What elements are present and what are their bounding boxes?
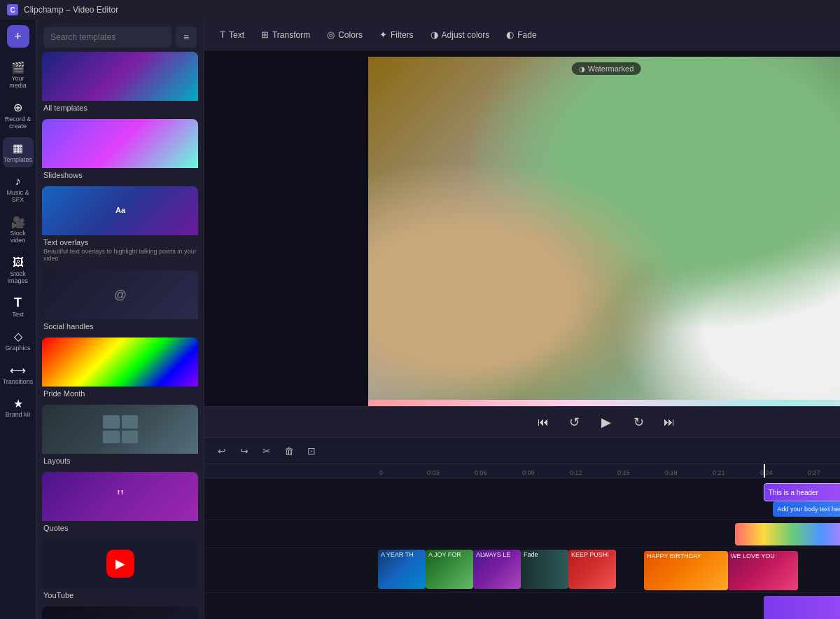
text-toolbar-icon: T bbox=[220, 29, 225, 40]
ruler-21: 0:21 bbox=[711, 469, 759, 476]
template-thumb-text: Aa bbox=[42, 186, 198, 235]
redo-button[interactable]: ↪ bbox=[235, 442, 253, 460]
text-track-content: This is a header Add your body text here… bbox=[378, 478, 840, 520]
template-youtube[interactable]: ▶ YouTube bbox=[42, 539, 198, 601]
record-screen-button[interactable]: ⊡ bbox=[302, 442, 321, 460]
sidebar-label-media: Your media bbox=[4, 76, 32, 90]
main-area: T Text ⊞ Transform ◎ Colors ✦ Filters ◑ … bbox=[204, 20, 840, 619]
sidebar-label-transitions: Transitions bbox=[3, 379, 34, 386]
transitions-icon: ⟷ bbox=[11, 363, 25, 377]
template-label-pride: Pride Month bbox=[42, 387, 198, 399]
ruler-3: 0:03 bbox=[426, 469, 473, 476]
bottom-track-content bbox=[378, 593, 840, 619]
template-label-all: All templates bbox=[42, 101, 198, 113]
clip-e-label: KEEP PUSHI bbox=[571, 551, 609, 558]
ruler-27: 0:27 bbox=[806, 469, 840, 476]
template-text-overlays[interactable]: Aa Text overlays Beautiful text overlays… bbox=[42, 186, 198, 265]
delete-button[interactable]: 🗑 bbox=[280, 442, 298, 460]
toolbar-colors-button[interactable]: ◎ Colors bbox=[320, 26, 370, 43]
skip-forward-button[interactable]: ⏭ bbox=[659, 412, 679, 432]
scissors-button[interactable]: ✂ bbox=[258, 442, 276, 460]
sidebar-item-graphics[interactable]: ◇ Graphics bbox=[3, 326, 34, 356]
template-thumb-social: @ bbox=[42, 270, 198, 319]
template-slideshows[interactable]: Slideshows bbox=[42, 119, 198, 181]
clip-always[interactable]: ALWAYS LE bbox=[473, 550, 521, 589]
text-body-clip[interactable]: Add your body text here! bbox=[773, 501, 840, 517]
clip-b-label: A JOY FOR bbox=[428, 551, 461, 558]
template-social-handles[interactable]: @ Social handles bbox=[42, 270, 198, 332]
template-label-slideshows: Slideshows bbox=[42, 168, 198, 181]
ruler-6: 0:06 bbox=[473, 469, 521, 476]
text-header-clip[interactable]: This is a header bbox=[764, 483, 840, 501]
ruler-24: 0:24 bbox=[759, 469, 806, 476]
sidebar-item-transitions[interactable]: ⟷ Transitions bbox=[3, 359, 34, 390]
graphics-icon: ◇ bbox=[11, 330, 25, 344]
forward-button[interactable]: ↻ bbox=[629, 412, 648, 432]
toolbar-transform-button[interactable]: ⊞ Transform bbox=[254, 26, 317, 43]
playhead[interactable] bbox=[764, 464, 765, 478]
template-gaming[interactable]: 🖥 Gaming bbox=[42, 606, 198, 619]
clip-fade[interactable]: Fade bbox=[521, 550, 568, 589]
template-sublabel-text: Beautiful text overlays to highlight tal… bbox=[42, 248, 198, 265]
clip-keep[interactable]: KEEP PUSHI bbox=[568, 550, 616, 589]
record-icon: ⊕ bbox=[11, 101, 25, 115]
text-icon: T bbox=[11, 296, 25, 310]
sidebar-label-music: Music & SFX bbox=[4, 190, 32, 204]
watermark-text: Watermarked bbox=[588, 64, 634, 73]
timeline-tracks[interactable]: This is a header Add your body text here… bbox=[204, 478, 840, 619]
sidebar-item-your-media[interactable]: 🎬 Your media bbox=[3, 56, 34, 94]
transform-icon: ⊞ bbox=[261, 29, 269, 40]
template-layouts[interactable]: Layouts bbox=[42, 405, 198, 466]
sidebar-item-templates[interactable]: ▦ Templates bbox=[3, 137, 34, 168]
sidebar-label-stock-images: Stock images bbox=[4, 271, 32, 285]
bottom-gradient-clip[interactable] bbox=[764, 596, 840, 619]
clip-joy[interactable]: A JOY FOR bbox=[426, 550, 473, 589]
sidebar-item-brand-kit[interactable]: ★ Brand kit bbox=[3, 392, 34, 423]
templates-icon: ▦ bbox=[11, 141, 25, 155]
template-thumb-quotes: " bbox=[42, 472, 198, 521]
sidebar-item-music[interactable]: ♪ Music & SFX bbox=[3, 170, 34, 208]
ruler-marks: 0 0:03 0:06 0:09 0:12 0:15 0:18 0:21 0:2… bbox=[378, 469, 840, 476]
ruler-12: 0:12 bbox=[568, 469, 616, 476]
template-thumb-pride bbox=[42, 338, 198, 387]
sidebar-item-stock-images[interactable]: 🖼 Stock images bbox=[3, 251, 34, 289]
undo-button[interactable]: ↩ bbox=[213, 442, 231, 460]
filter-button[interactable]: ≡ bbox=[176, 27, 197, 48]
toolbar-filters-button[interactable]: ✦ Filters bbox=[372, 26, 421, 43]
template-thumb-youtube: ▶ bbox=[42, 539, 198, 588]
sidebar-item-text[interactable]: T Text bbox=[3, 292, 34, 323]
toolbar-fade-button[interactable]: ◐ Fade bbox=[499, 26, 543, 43]
sidebar-item-stock-video[interactable]: 🎥 Stock video bbox=[3, 211, 34, 249]
ruler-18: 0:18 bbox=[664, 469, 711, 476]
template-pride-month[interactable]: Pride Month bbox=[42, 338, 198, 399]
clip-welove[interactable]: WE LOVE YOU bbox=[728, 551, 798, 590]
bottom-track-row bbox=[204, 593, 840, 619]
media-icon: 🎬 bbox=[11, 60, 25, 74]
search-area: ≡ bbox=[36, 20, 204, 52]
template-thumb-layouts bbox=[42, 405, 198, 454]
sidebar-label-graphics: Graphics bbox=[5, 345, 30, 352]
clip-c-label: ALWAYS LE bbox=[476, 551, 510, 558]
video-bottom-section: This is a header Add your body text here… bbox=[368, 400, 840, 406]
stock-images-icon: 🖼 bbox=[11, 256, 25, 270]
template-quotes[interactable]: " Quotes bbox=[42, 472, 198, 534]
fade-icon: ◐ bbox=[506, 29, 514, 40]
toolbar-text-button[interactable]: T Text bbox=[213, 26, 251, 43]
add-button[interactable]: + bbox=[7, 25, 29, 48]
template-all-templates[interactable]: All templates bbox=[42, 52, 198, 113]
search-input[interactable] bbox=[43, 27, 172, 48]
body-clip-label: Add your body text here! bbox=[777, 506, 840, 513]
clip-a-label: A YEAR TH bbox=[381, 551, 414, 558]
brand-icon: ★ bbox=[11, 396, 25, 410]
play-button[interactable]: ▶ bbox=[595, 411, 617, 433]
sidebar-item-record-create[interactable]: ⊕ Record & create bbox=[3, 97, 34, 134]
icon-sidebar: + 🎬 Your media ⊕ Record & create ▦ Templ… bbox=[0, 20, 36, 619]
rewind-button[interactable]: ↺ bbox=[564, 412, 584, 432]
clip-birthday[interactable]: HAPPY BIRTHDAY bbox=[644, 551, 728, 590]
clip-a-year[interactable]: A YEAR TH bbox=[378, 550, 426, 589]
sidebar-label-text: Text bbox=[12, 312, 24, 319]
adjust-icon: ◑ bbox=[430, 29, 438, 40]
toolbar-adjust-colors-button[interactable]: ◑ Adjust colors bbox=[424, 26, 497, 43]
skip-back-button[interactable]: ⏮ bbox=[533, 412, 553, 432]
color-gradient-clip[interactable] bbox=[735, 523, 840, 545]
